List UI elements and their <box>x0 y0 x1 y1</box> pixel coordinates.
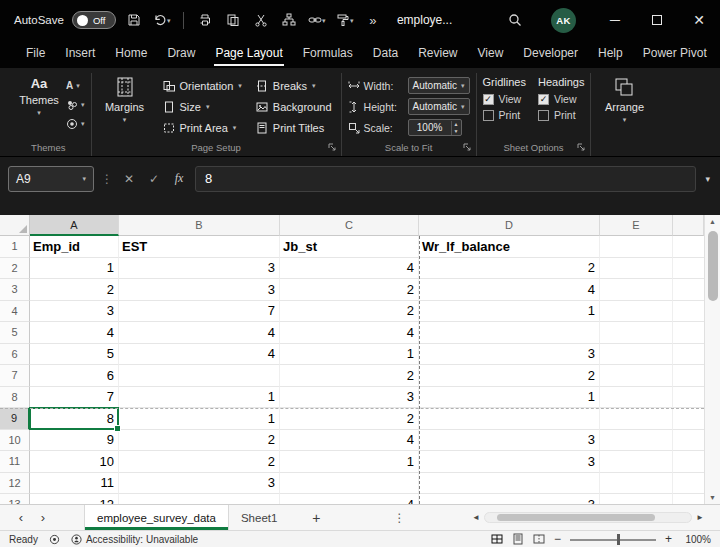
scale-to-fit-dialog-launcher-icon[interactable] <box>463 143 472 152</box>
cell-D8[interactable]: 1 <box>419 387 600 409</box>
record-macro-icon[interactable] <box>49 534 60 545</box>
row-header-13[interactable]: 13 <box>0 494 30 504</box>
height-dropdown[interactable]: Automatic▾ <box>408 98 470 115</box>
menu-tab-home[interactable]: Home <box>105 40 157 68</box>
cell-A10[interactable]: 9 <box>30 430 119 452</box>
cell-E5[interactable] <box>600 322 673 344</box>
cell-B3[interactable]: 3 <box>119 279 280 301</box>
theme-effects-button[interactable]: ▾ <box>66 116 85 131</box>
sheet-nav-right-button[interactable]: › <box>32 505 54 530</box>
cell-C4[interactable]: 2 <box>280 301 419 323</box>
cell-C2[interactable]: 4 <box>280 258 419 280</box>
menu-tab-data[interactable]: Data <box>363 40 408 68</box>
margins-button[interactable]: Margins ▾ <box>98 73 152 138</box>
cell-C9[interactable]: 2 <box>280 408 419 430</box>
cell-C11[interactable]: 1 <box>280 451 419 473</box>
normal-view-button[interactable] <box>491 533 503 545</box>
status-mode[interactable]: Ready <box>9 534 38 545</box>
menu-tab-help[interactable]: Help <box>588 40 633 68</box>
cell-A9[interactable]: 8 <box>30 408 119 430</box>
scroll-right-icon[interactable]: ► <box>692 513 708 522</box>
formula-input[interactable]: 8 <box>195 166 696 192</box>
cell-D3[interactable]: 4 <box>419 279 600 301</box>
cell-C6[interactable]: 1 <box>280 344 419 366</box>
row-header-10[interactable]: 10 <box>0 430 30 452</box>
document-title[interactable]: employe... <box>397 13 452 27</box>
page-layout-view-button[interactable] <box>512 533 524 545</box>
row-header-11[interactable]: 11 <box>0 451 30 473</box>
cell-D13[interactable]: 3 <box>419 494 600 504</box>
row-header-8[interactable]: 8 <box>0 387 30 409</box>
cut-icon[interactable] <box>251 9 271 31</box>
menu-tab-file[interactable]: File <box>16 40 55 68</box>
cell-B9[interactable]: 1 <box>119 408 280 430</box>
cell-B6[interactable]: 4 <box>119 344 280 366</box>
cell-D9[interactable] <box>419 408 600 430</box>
horizontal-scrollbar-thumb[interactable] <box>497 514 655 521</box>
page-break-view-button[interactable] <box>533 533 545 545</box>
cell-D1[interactable]: Wr_lf_balance <box>419 236 600 258</box>
cell-A8[interactable]: 7 <box>30 387 119 409</box>
more-commands-icon[interactable]: » <box>363 9 383 31</box>
cell-D7[interactable]: 2 <box>419 365 600 387</box>
row-header-9[interactable]: 9 <box>0 408 30 430</box>
vertical-scrollbar[interactable]: ▲ ▼ <box>704 215 720 504</box>
menu-tab-review[interactable]: Review <box>408 40 467 68</box>
copy-icon[interactable] <box>223 9 243 31</box>
menu-tab-draw[interactable]: Draw <box>157 40 205 68</box>
gridlines-view-checkbox[interactable] <box>483 94 494 105</box>
print-titles-button[interactable]: Print Titles <box>253 117 335 138</box>
arrange-button[interactable]: Arrange ▾ <box>597 73 651 123</box>
sheet-tab-employee_survey_data[interactable]: employee_survey_data <box>84 505 229 530</box>
cell-E12[interactable] <box>600 473 673 495</box>
cell-A3[interactable]: 2 <box>30 279 119 301</box>
cell-C3[interactable]: 2 <box>280 279 419 301</box>
cell-C10[interactable]: 4 <box>280 430 419 452</box>
column-header-b[interactable]: B <box>119 215 280 236</box>
cell-A13[interactable]: 12 <box>30 494 119 504</box>
cell-B12[interactable]: 3 <box>119 473 280 495</box>
vertical-scrollbar-thumb[interactable] <box>708 231 718 301</box>
spreadsheet-grid[interactable]: ABCDE 1Emp_idESTJb_stWr_lf_balance213423… <box>0 215 704 504</box>
name-box[interactable]: A9▾ <box>8 166 94 192</box>
cell-C5[interactable]: 4 <box>280 322 419 344</box>
cell-E9[interactable] <box>600 408 673 430</box>
cell-B5[interactable]: 4 <box>119 322 280 344</box>
width-dropdown[interactable]: Automatic▾ <box>408 77 470 94</box>
zoom-slider[interactable] <box>570 534 656 545</box>
cell-B4[interactable]: 7 <box>119 301 280 323</box>
theme-fonts-button[interactable]: A▾ <box>66 78 85 93</box>
headings-print-option[interactable]: Print <box>538 109 584 121</box>
cell-B10[interactable]: 2 <box>119 430 280 452</box>
cell-B11[interactable]: 2 <box>119 451 280 473</box>
background-button[interactable]: Background <box>253 96 335 117</box>
cell-E11[interactable] <box>600 451 673 473</box>
zoom-level[interactable]: 100% <box>681 534 711 545</box>
row-header-12[interactable]: 12 <box>0 473 30 495</box>
link-icon[interactable]: ▾ <box>307 9 327 31</box>
autosave-toggle[interactable]: Off <box>72 11 116 29</box>
flowchart-icon[interactable] <box>279 9 299 31</box>
column-header-a[interactable]: A <box>30 215 119 236</box>
horizontal-scrollbar-track[interactable] <box>484 512 692 523</box>
cell-D11[interactable]: 3 <box>419 451 600 473</box>
cell-E8[interactable] <box>600 387 673 409</box>
sheet-tab-sheet1[interactable]: Sheet1 <box>229 505 289 530</box>
add-sheet-button[interactable]: + <box>303 505 329 530</box>
cell-A12[interactable]: 11 <box>30 473 119 495</box>
row-header-7[interactable]: 7 <box>0 365 30 387</box>
cell-E2[interactable] <box>600 258 673 280</box>
cell-C12[interactable] <box>280 473 419 495</box>
menu-tab-insert[interactable]: Insert <box>55 40 105 68</box>
cell-D10[interactable]: 3 <box>419 430 600 452</box>
minimize-button[interactable]: ─ <box>594 0 636 40</box>
gridlines-print-option[interactable]: Print <box>483 109 526 121</box>
menu-tab-developer[interactable]: Developer <box>513 40 588 68</box>
select-all-corner[interactable] <box>0 215 30 236</box>
cell-B13[interactable] <box>119 494 280 504</box>
scale-spinner[interactable]: 100% ▲▼ <box>408 119 462 136</box>
scroll-left-icon[interactable]: ◄ <box>468 513 484 522</box>
cell-D5[interactable] <box>419 322 600 344</box>
cell-B7[interactable] <box>119 365 280 387</box>
cell-B1[interactable]: EST <box>119 236 280 258</box>
